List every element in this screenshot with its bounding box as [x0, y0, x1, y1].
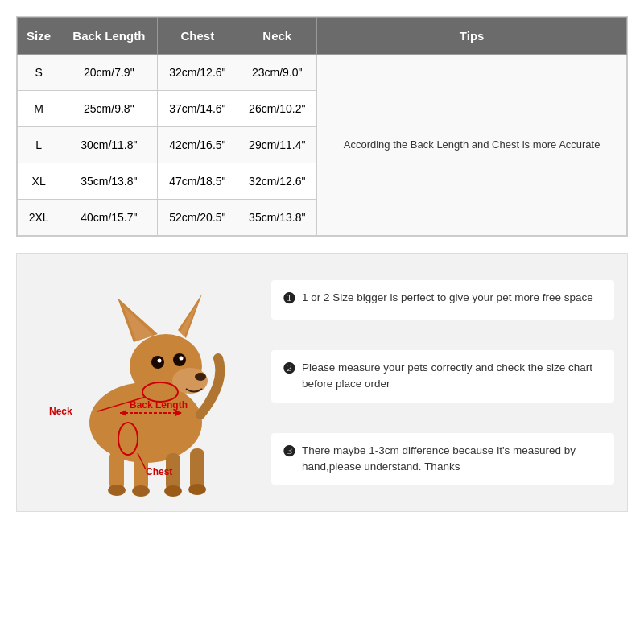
cell-size: XL [18, 163, 60, 200]
svg-point-16 [108, 485, 126, 496]
tips-area: ❶ 1 or 2 Size bigger is perfect to give … [258, 254, 627, 511]
dog-illustration: Back Length Neck Chest [25, 262, 250, 503]
tip-1-text: 1 or 2 Size bigger is perfect to give yo… [302, 290, 593, 306]
tip-1: ❶ 1 or 2 Size bigger is perfect to give … [271, 280, 614, 320]
cell-back: 25cm/9.8" [60, 91, 158, 127]
svg-point-3 [195, 373, 206, 381]
col-header-neck: Neck [237, 18, 317, 55]
cell-chest: 47cm/18.5" [158, 163, 237, 200]
tip-1-number: ❶ [283, 288, 295, 310]
tip-3-text: There maybe 1-3cm difference because it'… [302, 443, 603, 476]
cell-chest: 37cm/14.6" [158, 91, 237, 127]
cell-back: 20cm/7.9" [60, 55, 158, 91]
tip-3-number: ❸ [283, 441, 295, 463]
svg-point-11 [180, 357, 184, 361]
cell-neck: 26cm/10.2" [237, 91, 317, 127]
tip-2-number: ❷ [283, 358, 295, 380]
cell-back: 40cm/15.7" [60, 200, 158, 236]
size-chart-table: Size Back Length Chest Neck Tips S 20cm/… [16, 16, 628, 237]
bottom-section: Back Length Neck Chest ❶ 1 or 2 Size big… [16, 253, 628, 512]
tip-2-text: Please measure your pets correctly and c… [302, 360, 603, 393]
svg-point-9 [158, 359, 162, 363]
svg-point-10 [173, 353, 186, 366]
col-header-back: Back Length [60, 18, 158, 55]
cell-size: S [18, 55, 60, 91]
col-header-size: Size [18, 18, 60, 55]
tip-3: ❸ There maybe 1-3cm difference because i… [271, 433, 614, 485]
cell-neck: 35cm/13.8" [237, 200, 317, 236]
tip-2: ❷ Please measure your pets correctly and… [271, 350, 614, 402]
svg-point-0 [89, 382, 202, 463]
svg-text:Chest: Chest [146, 466, 172, 477]
svg-point-19 [188, 484, 206, 495]
svg-point-8 [151, 356, 164, 369]
cell-size: L [18, 127, 60, 163]
cell-chest: 52cm/20.5" [158, 200, 237, 236]
cell-chest: 42cm/16.5" [158, 127, 237, 163]
col-header-tips: Tips [317, 18, 627, 55]
dog-image-area: Back Length Neck Chest [17, 254, 258, 511]
cell-size: 2XL [18, 200, 60, 236]
cell-neck: 32cm/12.6" [237, 163, 317, 200]
cell-neck: 29cm/11.4" [237, 127, 317, 163]
cell-chest: 32cm/12.6" [158, 55, 237, 91]
svg-text:Neck: Neck [49, 406, 72, 417]
svg-point-17 [132, 485, 150, 497]
cell-back: 30cm/11.8" [60, 127, 158, 163]
svg-point-18 [164, 485, 182, 497]
cell-size: M [18, 91, 60, 127]
svg-marker-7 [180, 302, 198, 336]
col-header-chest: Chest [158, 18, 237, 55]
cell-neck: 23cm/9.0" [237, 55, 317, 91]
tips-cell: According the Back Length and Chest is m… [317, 55, 627, 236]
cell-back: 35cm/13.8" [60, 163, 158, 200]
